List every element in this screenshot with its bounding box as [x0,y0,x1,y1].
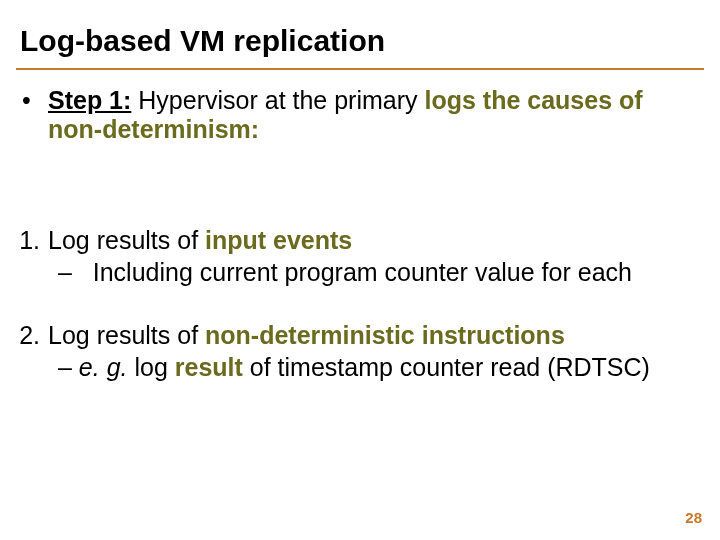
bullet-icon: • [22,86,48,144]
item-2-sub-eg: e. g. [72,353,135,381]
item-1-sub-dash: – [58,258,72,286]
item-1-number: 1. [4,225,48,255]
item-1-strong: input events [205,226,352,254]
item-1-text: Log results of input events [48,225,704,255]
title-underline [16,68,704,70]
step-1: • Step 1: Hypervisor at the primary logs… [22,86,682,144]
step-1-lead: Step 1: [48,86,131,114]
item-1-row: 1. Log results of input events [4,225,704,255]
numbered-item-2: 2. Log results of non-deterministic inst… [4,320,704,382]
item-2-sub: – e. g. log result of timestamp counter … [58,352,704,382]
item-2-sub-dash: – [58,353,72,381]
item-2-number: 2. [4,320,48,350]
item-1-sub: – Including current program counter valu… [58,257,704,287]
item-2-row: 2. Log results of non-deterministic inst… [4,320,704,350]
item-2-pre: Log results of [48,321,205,349]
item-2-sub-result: result [175,353,243,381]
item-1-pre: Log results of [48,226,205,254]
step-1-mid: Hypervisor at the primary [131,86,424,114]
item-2-strong: non-deterministic instructions [205,321,565,349]
numbered-item-1: 1. Log results of input events – Includi… [4,225,704,287]
item-2-sub-mid1: log [134,353,174,381]
slide-title: Log-based VM replication [20,24,385,58]
slide: Log-based VM replication • Step 1: Hyper… [0,0,720,540]
item-1-sub-text: Including current program counter value … [93,258,632,286]
item-2-text: Log results of non-deterministic instruc… [48,320,704,350]
page-number: 28 [685,509,702,526]
item-2-sub-tail: of timestamp counter read (RDTSC) [243,353,650,381]
step-1-body: Step 1: Hypervisor at the primary logs t… [48,86,682,144]
